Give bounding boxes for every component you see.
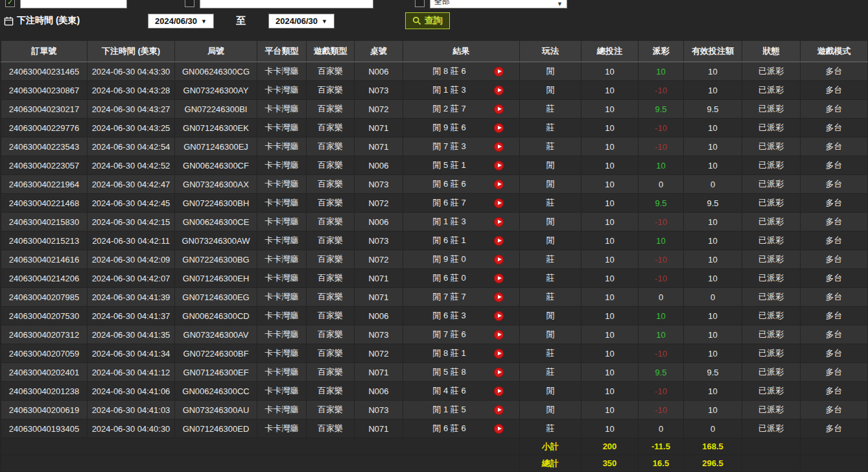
order-number: 240630040215213 xyxy=(1,231,88,250)
date-from-dropdown[interactable]: 2024/06/30 ▼ xyxy=(148,14,214,29)
result-text: 閒 6 莊 1 xyxy=(405,235,494,246)
chevron-down-icon: ▼ xyxy=(201,18,207,25)
result-text: 閒 9 莊 0 xyxy=(405,254,494,265)
game-type: 百家樂 xyxy=(307,363,355,382)
platform-type: 卡卡灣廳 xyxy=(257,213,307,231)
chevron-down-icon: ▼ xyxy=(557,1,563,7)
valid-bet: 9.5 xyxy=(684,100,742,119)
table-footer: 小計 200 -11.5 168.5 總計 350 16.5 296.5 xyxy=(1,438,868,472)
payout: 10 xyxy=(639,325,684,344)
play-video-icon[interactable] xyxy=(494,142,504,152)
valid-bet: 10 xyxy=(684,250,742,269)
game-type: 百家樂 xyxy=(307,269,355,288)
status: 已派彩 xyxy=(742,175,801,194)
play-type: 閒 xyxy=(520,156,581,175)
bet-time: 2024-06-30 04:42:15 xyxy=(88,213,175,231)
play-video-icon[interactable] xyxy=(494,386,504,396)
table-row: 2406300401934052024-06-30 04:40:30GN0712… xyxy=(1,419,868,438)
total-bet: 10 xyxy=(581,401,639,419)
subtotal-row: 小計 200 -11.5 168.5 xyxy=(1,438,868,455)
play-video-icon[interactable] xyxy=(494,161,504,171)
payout: 0 xyxy=(639,175,684,194)
play-video-icon[interactable] xyxy=(494,274,504,283)
play-type: 閒 xyxy=(520,401,581,419)
round-number: GN071246300EK xyxy=(175,119,257,137)
result-text: 閒 1 莊 3 xyxy=(405,216,494,228)
bet-time: 2024-06-30 04:43:30 xyxy=(88,62,175,81)
table-row: 2406300402302172024-06-30 04:43:27GN0722… xyxy=(1,100,868,119)
filter-checkbox-1[interactable]: ✓ xyxy=(5,0,15,7)
result-cell: 閒 6 莊 6 xyxy=(403,419,520,438)
table-number: N006 xyxy=(355,382,403,401)
play-video-icon[interactable] xyxy=(494,255,504,265)
game-mode: 多台 xyxy=(801,194,868,213)
game-type: 百家樂 xyxy=(307,344,355,363)
round-number: GN072246300BH xyxy=(175,194,257,213)
column-header: 玩法 xyxy=(520,41,581,62)
game-mode: 多台 xyxy=(801,81,868,100)
table-number: N071 xyxy=(355,419,403,438)
play-video-icon[interactable] xyxy=(494,311,504,321)
filter-input-2[interactable] xyxy=(200,0,373,8)
subtotal-label: 小計 xyxy=(520,438,581,455)
round-number: GN006246300CD xyxy=(175,307,257,325)
table-row: 2406300402070592024-06-30 04:41:34GN0722… xyxy=(1,344,868,363)
platform-type: 卡卡灣廳 xyxy=(257,363,307,382)
result-cell: 閒 6 莊 1 xyxy=(403,231,520,250)
result-cell: 閒 5 莊 1 xyxy=(403,156,520,175)
valid-bet: 10 xyxy=(684,213,742,231)
play-video-icon[interactable] xyxy=(494,104,504,114)
filter-checkbox-2[interactable] xyxy=(185,0,194,7)
status: 已派彩 xyxy=(742,401,801,419)
calendar-icon xyxy=(4,16,14,26)
result-cell: 閒 8 莊 1 xyxy=(403,344,520,363)
table-number: N006 xyxy=(355,213,403,231)
play-video-icon[interactable] xyxy=(494,405,504,415)
game-type: 百家樂 xyxy=(307,382,355,401)
round-number: GN072246300BG xyxy=(175,250,257,269)
total-bet: 10 xyxy=(581,307,639,325)
play-video-icon[interactable] xyxy=(494,198,504,208)
play-video-icon[interactable] xyxy=(494,368,504,377)
play-video-icon[interactable] xyxy=(494,67,504,77)
result-text: 閒 5 莊 1 xyxy=(405,159,494,171)
table-number: N071 xyxy=(355,363,403,382)
play-video-icon[interactable] xyxy=(494,180,504,189)
round-number: GN006246300CF xyxy=(175,156,257,175)
round-number: GN071246300ED xyxy=(175,419,257,438)
result-cell: 閒 2 莊 7 xyxy=(403,100,520,119)
round-number: GN073246300AX xyxy=(175,175,257,194)
play-video-icon[interactable] xyxy=(494,123,504,133)
filter-input-1[interactable] xyxy=(20,0,127,8)
column-header: 平台類型 xyxy=(257,41,307,62)
query-button[interactable]: 查詢 xyxy=(405,12,450,29)
game-type: 百家樂 xyxy=(307,419,355,438)
play-video-icon[interactable] xyxy=(494,217,504,227)
round-number: GN006246300CG xyxy=(175,62,257,81)
table-number: N071 xyxy=(355,288,403,307)
subtotal-spacer xyxy=(1,438,520,455)
column-header: 訂單號 xyxy=(1,41,88,62)
filter-checkbox-3[interactable] xyxy=(415,0,425,7)
play-video-icon[interactable] xyxy=(494,330,504,340)
total-bet: 10 xyxy=(581,137,639,156)
column-header: 遊戲模式 xyxy=(801,41,868,62)
valid-bet: 9.5 xyxy=(684,363,742,382)
play-video-icon[interactable] xyxy=(494,86,504,95)
play-video-icon[interactable] xyxy=(494,349,504,359)
game-type: 百家樂 xyxy=(307,307,355,325)
total-bet: 10 xyxy=(581,325,639,344)
play-video-icon[interactable] xyxy=(494,292,504,302)
subtotal-valid-bet: 168.5 xyxy=(684,438,742,455)
game-type: 百家樂 xyxy=(307,325,355,344)
filter-select[interactable]: 全部 ▼ xyxy=(430,0,567,8)
order-number: 240630040223057 xyxy=(1,156,88,175)
play-video-icon[interactable] xyxy=(494,424,504,434)
table-row: 2406300402235432024-06-30 04:42:54GN0712… xyxy=(1,137,868,156)
order-number: 240630040214206 xyxy=(1,269,88,288)
result-cell: 閒 7 莊 7 xyxy=(403,288,520,307)
round-number: GN006246300CC xyxy=(175,382,257,401)
round-number: GN072246300BF xyxy=(175,344,257,363)
date-to-dropdown[interactable]: 2024/06/30 ▼ xyxy=(268,14,334,29)
play-video-icon[interactable] xyxy=(494,236,504,246)
